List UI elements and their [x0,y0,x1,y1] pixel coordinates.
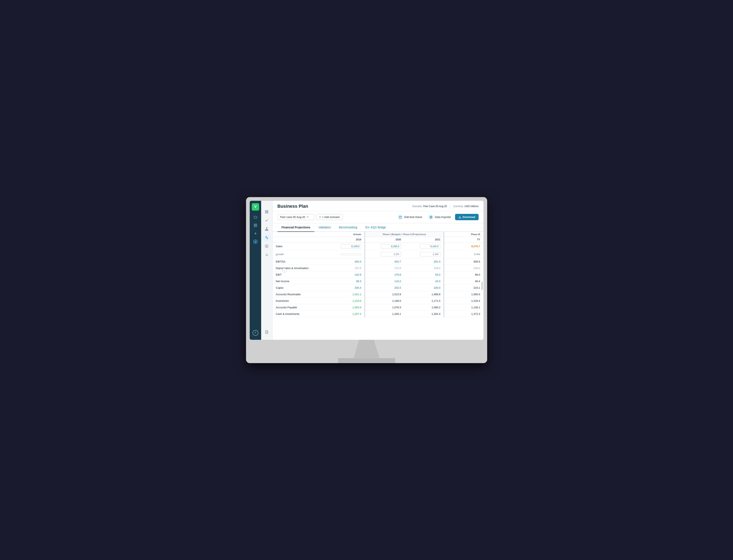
da-ty: 208.6 [444,265,483,271]
ebitda-row: EBITDA 400.4 452.7 291.0 306.6 [273,258,483,265]
phase12-header: Phase I (Budget) + Phase II (Projections… [365,232,444,237]
ap-2021: 1,080.2 [404,304,444,311]
da-2021: 198.0 [404,265,444,271]
help-button[interactable]: ? [253,330,258,336]
growth-2021: -1.8% [404,250,444,258]
tab-financial-projections[interactable]: Financial Projections [278,223,315,232]
calendar-icon [398,214,403,220]
scenario-dropdown[interactable]: Peer case 05-Aug-20 ▼ [278,214,314,220]
net-income-2019: 96.3 [325,278,365,284]
sales-row: Sales 8,109.0 8,288.3 [273,242,483,250]
capex-2019: 294.4 [325,284,365,291]
inventories-label: Inventories [273,297,325,304]
edit-time-frame-button[interactable]: Edit time frame [395,213,424,221]
sales-2020: 8,288.3 [365,242,404,250]
capex-row: Capex 294.4 292.5 180.0 219.1 [273,284,483,291]
net-income-ty: 46.4 [444,278,483,284]
phase3-header: Phase III [444,232,483,237]
cash-ty: 1,372.3 [444,311,483,317]
svg-rect-11 [266,227,267,228]
sidebar-item-bar-chart[interactable] [263,251,270,258]
year-ty: TY [444,237,483,242]
capex-ty: 219.1 [444,284,483,291]
ebitda-label: EBITDA [273,258,325,265]
tab-bar: Financial Projections Validation Benchma… [273,223,483,232]
ebit-row: EBIT 142.9 179.9 93.0 98.0 [273,271,483,278]
sidebar-item-checkmarks[interactable] [263,217,270,224]
growth-2019-input[interactable] [341,254,361,255]
actuals-header: Actuals [325,232,365,237]
sidebar-item-chart[interactable] [263,234,270,241]
sidebar-item-grid[interactable] [263,208,270,215]
svg-rect-0 [254,224,255,225]
svg-rect-3 [254,226,255,227]
year-2020: 2020 [365,237,404,242]
capex-2020: 292.5 [365,284,404,291]
dashboard-icon[interactable] [252,222,259,229]
download-button[interactable]: Download [455,214,478,220]
cash-investments-label: Cash & investments [273,311,325,317]
add-scenario-button[interactable]: + + Add scenario [316,214,343,220]
da-row: Depreciation & Amortisation 257.5 272.9 … [273,265,483,271]
da-2020: 272.9 [365,265,404,271]
add-scenario-icon: + [320,215,321,219]
vertical-scrollbar[interactable] [481,282,483,290]
ebitda-2021: 291.0 [404,258,444,265]
ebit-2021: 93.0 [404,271,444,278]
ar-2021: 1,486.8 [404,291,444,297]
scenario-label: Scenario [412,205,422,208]
capex-label: Capex [273,284,325,291]
dollar-circle-icon[interactable] [252,238,259,245]
ap-ty: 1,138.1 [444,304,483,311]
currency-label: Currency [453,205,463,208]
svg-rect-7 [265,210,266,211]
svg-rect-13 [266,230,267,230]
cash-2020: 1,326.1 [365,311,404,317]
sidebar-item-export[interactable] [263,328,270,336]
data-importer-icon [428,214,433,220]
svg-rect-8 [267,210,268,211]
inventories-row: Inventories 1,150.6 1,169.5 1,171.5 1,23… [273,297,483,304]
svg-rect-2 [256,226,257,227]
data-importer-button[interactable]: Data Importer [426,213,453,221]
inv-2021: 1,171.5 [404,297,444,304]
growth-row: growth 2.2% [273,250,483,258]
sidebar-collapse-button[interactable]: › [283,268,287,272]
sidebar-item-org[interactable] [263,225,270,233]
ar-2020: 1,513.9 [365,291,404,297]
svg-rect-28 [399,216,401,218]
sales-2019-input[interactable]: 8,109.0 [341,244,361,249]
svg-rect-12 [265,230,266,230]
tab-validation[interactable]: Validation [314,223,335,232]
ebitda-2019: 400.4 [325,258,365,265]
currency-value: USD millions [464,205,478,208]
accounts-payable-row: Accounts Payable 1,060.8 1,078.3 1,080.2… [273,304,483,311]
growth-2021-input[interactable]: -1.8% [420,252,440,257]
sidebar-item-download[interactable] [263,242,270,250]
inv-2020: 1,169.5 [365,297,404,304]
inv-2019: 1,150.6 [325,297,365,304]
sales-2021: 8,140.0 [404,242,444,250]
sales-2021-input[interactable]: 8,140.0 [420,244,440,249]
growth-2020-input[interactable]: 2.2% [381,252,401,257]
net-income-row: Net Income 96.3 119.2 44.0 46.4 [273,278,483,284]
capex-2021: 180.0 [404,284,444,291]
plus-icon[interactable] [252,230,259,237]
svg-rect-14 [267,230,268,230]
cash-investments-row: Cash & investments 1,297.4 1,326.1 1,302… [273,311,483,317]
sidebar-secondary: › [261,201,273,340]
growth-2020: 2.2% [365,250,404,258]
tab-benchmarking[interactable]: Benchmarking [335,223,362,232]
folder-icon[interactable] [252,213,259,221]
data-importer-label: Data Importer [435,215,451,219]
cash-2019: 1,297.4 [325,311,365,317]
page-title: Business Plan [278,204,308,209]
chevron-down-icon: ▼ [307,216,309,218]
sales-2020-input[interactable]: 8,288.3 [381,244,401,249]
cash-2021: 1,302.4 [404,311,444,317]
tab-ev-eqv-bridge[interactable]: EV- EQV Bridge [361,223,390,232]
growth-2019 [325,250,365,258]
accounts-payable-label: Accounts Payable [273,304,325,311]
svg-rect-1 [256,224,257,225]
year-2019: 2019 [325,237,365,242]
